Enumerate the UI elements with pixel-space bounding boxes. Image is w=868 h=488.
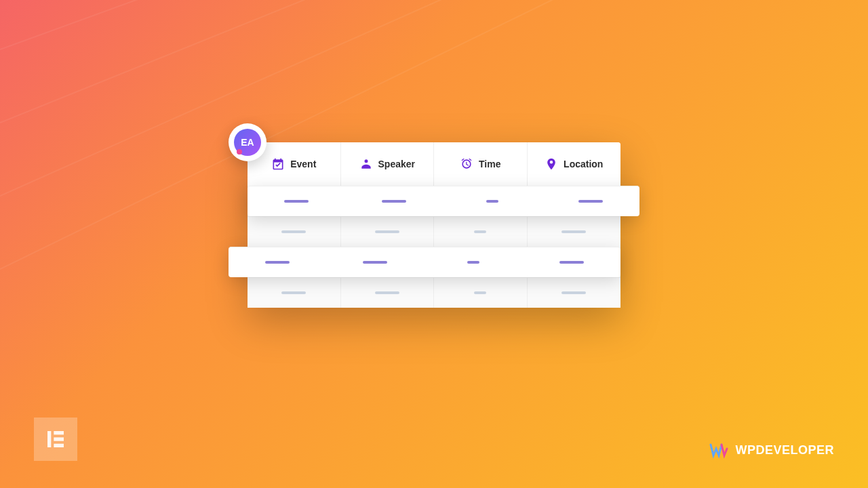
cell-speaker (341, 217, 435, 247)
cell-event (229, 247, 327, 277)
header-label: Event (290, 159, 316, 169)
cell-time (425, 247, 523, 277)
placeholder-icon (561, 230, 586, 233)
svg-rect-0 (47, 431, 51, 447)
table-body (248, 186, 620, 308)
data-table-widget: EA Event Speaker Time Location (248, 142, 620, 308)
table-row[interactable] (248, 277, 620, 308)
cell-speaker (327, 247, 425, 277)
placeholder-icon (474, 291, 486, 294)
event-icon (271, 157, 285, 171)
cell-speaker (341, 278, 435, 308)
speaker-icon (359, 157, 373, 171)
cell-time (443, 186, 542, 216)
header-cell-time[interactable]: Time (434, 142, 528, 186)
placeholder-icon (486, 200, 498, 203)
placeholder-icon (559, 261, 584, 264)
table-header-row: Event Speaker Time Location (248, 142, 620, 186)
svg-rect-1 (54, 431, 64, 434)
svg-rect-2 (54, 437, 64, 441)
header-label: Time (479, 159, 500, 169)
placeholder-icon (281, 230, 306, 233)
svg-rect-3 (54, 444, 64, 447)
ea-badge-label: EA (234, 129, 261, 156)
placeholder-icon (382, 200, 406, 203)
placeholder-icon (363, 261, 387, 264)
placeholder-icon (375, 230, 399, 233)
header-label: Speaker (378, 159, 415, 169)
placeholder-icon (375, 291, 399, 294)
placeholder-icon (578, 200, 603, 203)
placeholder-icon (561, 291, 586, 294)
cell-location (528, 217, 621, 247)
cell-time (434, 278, 528, 308)
placeholder-icon (467, 261, 479, 264)
header-cell-location[interactable]: Location (528, 142, 621, 186)
clock-icon (460, 157, 473, 171)
table-row[interactable] (229, 247, 620, 277)
wpdeveloper-logo: WPDEVELOPER (709, 439, 834, 461)
cell-event (248, 278, 341, 308)
placeholder-icon (474, 230, 486, 233)
elementor-logo (34, 418, 77, 461)
header-cell-speaker[interactable]: Speaker (341, 142, 435, 186)
placeholder-icon (265, 261, 290, 264)
header-label: Location (564, 159, 603, 169)
wpdeveloper-icon (709, 439, 731, 461)
cell-location (523, 247, 621, 277)
wpdeveloper-label: WPDEVELOPER (735, 443, 834, 458)
location-icon (545, 157, 558, 171)
cell-location (528, 278, 621, 308)
placeholder-icon (284, 200, 309, 203)
cell-speaker (346, 186, 444, 216)
table-row[interactable] (248, 186, 639, 216)
cell-event (248, 217, 341, 247)
ea-plugin-badge: EA (229, 123, 267, 161)
table-row[interactable] (248, 216, 620, 247)
cell-location (542, 186, 640, 216)
cell-time (434, 217, 528, 247)
placeholder-icon (281, 291, 306, 294)
cell-event (248, 186, 346, 216)
